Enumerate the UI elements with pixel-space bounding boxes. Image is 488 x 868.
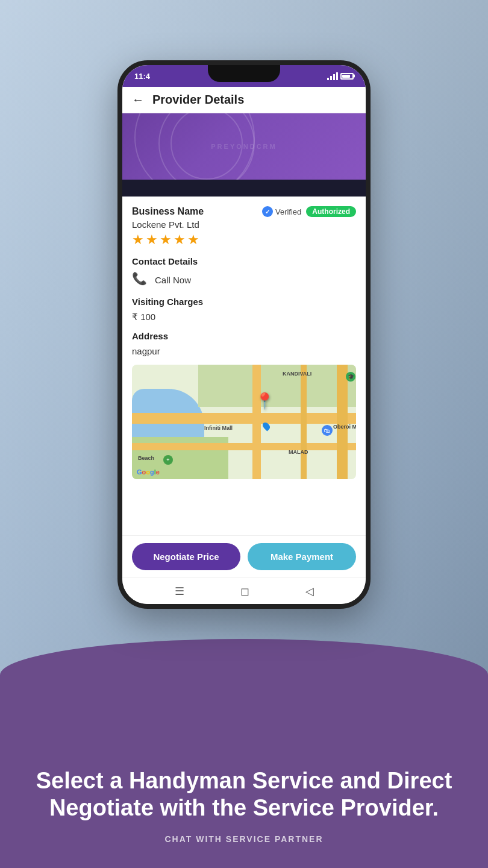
status-icons <box>327 72 354 80</box>
map-pin-main: 📍 <box>255 392 274 410</box>
phone-outer: 11:4 ← Provider Details <box>117 60 371 609</box>
map-road-v3 <box>337 365 348 479</box>
back-nav-button[interactable]: ◁ <box>305 585 314 598</box>
provider-banner: PREYONDCRM <box>122 113 366 180</box>
authorized-badge: Authorized <box>306 206 356 217</box>
bottom-headline: Select a Handyman Service and Direct Neg… <box>0 767 488 822</box>
back-button[interactable]: ← <box>132 93 144 107</box>
menu-button[interactable]: ☰ <box>175 585 184 598</box>
map-road-h1 <box>132 413 356 424</box>
map-label-kandivali: KANDIVALI <box>283 371 311 377</box>
signal-icon <box>327 72 338 80</box>
notch <box>208 65 280 82</box>
payment-button[interactable]: Make Payment <box>248 543 356 570</box>
app-header: ← Provider Details <box>122 87 366 113</box>
star-1: ★ <box>132 232 144 248</box>
map-container[interactable]: KANDIVALI MALAD Infiniti Mall 📍 🛍 Oberoi… <box>132 365 356 479</box>
star-4: ★ <box>174 232 186 248</box>
address-section: Address nagpur <box>132 331 356 356</box>
map-icon-beach: + <box>163 455 173 465</box>
star-5: ★ <box>187 232 199 248</box>
map-label-oberoi: Oberoi Mall <box>333 424 356 430</box>
visiting-charges-section: Visiting Charges ₹ 100 <box>132 297 356 322</box>
business-name-row: Business Name ✓ Verified Authorized <box>132 206 356 217</box>
map-green-1 <box>198 365 356 407</box>
battery-icon <box>340 73 354 80</box>
map-bg: KANDIVALI MALAD Infiniti Mall 📍 🛍 Oberoi… <box>132 365 356 479</box>
map-icon-oberoi: 🛍 <box>322 425 333 436</box>
status-time: 11:4 <box>134 72 150 81</box>
call-now-text: Call Now <box>155 275 191 285</box>
negotiate-button[interactable]: Negotiate Price <box>132 543 240 570</box>
verified-badge: ✓ Verified <box>262 206 301 217</box>
map-marker-blue <box>263 422 269 430</box>
contact-row[interactable]: 📞 Call Now <box>132 271 356 288</box>
business-name-label: Business Name <box>132 206 204 217</box>
verified-icon: ✓ <box>262 206 273 217</box>
provider-image-strip <box>122 180 366 197</box>
phone-mockup: 11:4 ← Provider Details <box>117 60 371 609</box>
map-road-v1 <box>252 365 261 479</box>
page-title: Provider Details <box>152 93 244 107</box>
visiting-charges-label: Visiting Charges <box>132 297 356 307</box>
bottom-subtext: CHAT WITH SERVICE PARTNER <box>164 834 323 844</box>
phone-icon: 📞 <box>132 271 149 288</box>
stars-row: ★ ★ ★ ★ ★ <box>132 232 356 248</box>
map-label-malad: MALAD <box>289 449 308 455</box>
android-nav: ☰ ◻ ◁ <box>122 577 366 604</box>
company-name: Lockene Pvt. Ltd <box>132 219 356 230</box>
badges: ✓ Verified Authorized <box>262 206 356 217</box>
map-label-infiniti: Infiniti Mall <box>204 425 233 431</box>
map-road-h2 <box>132 443 356 450</box>
map-label-beach: Beach <box>138 455 154 461</box>
banner-watermark: PREYONDCRM <box>211 143 277 150</box>
bottom-buttons: Negotiate Price Make Payment <box>122 535 366 577</box>
address-label: Address <box>132 331 356 341</box>
charge-value: ₹ 100 <box>132 312 356 322</box>
map-icon-school: 🎓 <box>346 372 355 382</box>
map-road-v2 <box>301 365 307 479</box>
verified-label: Verified <box>275 207 301 216</box>
contact-label: Contact Details <box>132 256 356 266</box>
bottom-section: Select a Handyman Service and Direct Neg… <box>0 639 488 868</box>
home-button[interactable]: ◻ <box>240 585 249 598</box>
star-2: ★ <box>146 232 158 248</box>
address-value: nagpur <box>132 346 356 356</box>
provider-content: Business Name ✓ Verified Authorized Lock… <box>122 197 366 535</box>
google-logo: Google <box>137 468 160 476</box>
star-3: ★ <box>160 232 172 248</box>
